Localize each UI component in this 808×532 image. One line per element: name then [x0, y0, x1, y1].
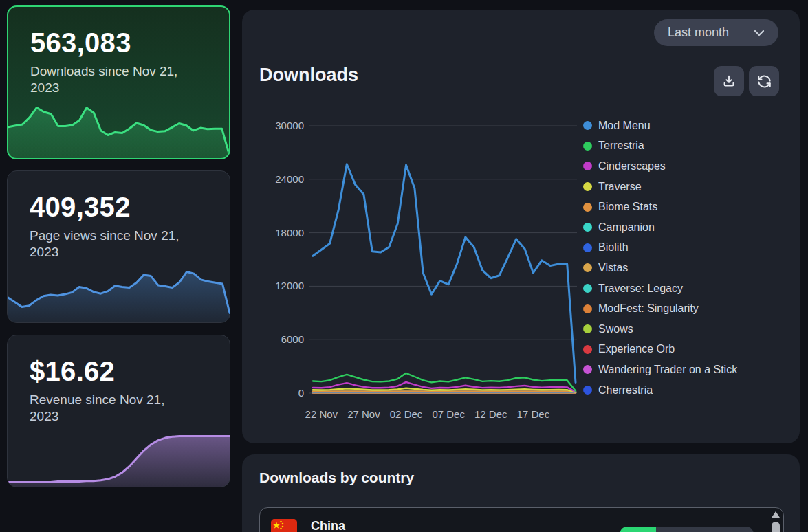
refresh-icon — [756, 74, 772, 89]
chart-legend: Mod MenuTerrestriaCinderscapesTraverseBi… — [583, 115, 737, 400]
legend-label: Traverse: Legacy — [598, 282, 683, 295]
legend-dot-icon — [583, 142, 592, 151]
revenue-total: $16.62 — [30, 356, 209, 387]
x-axis-tick: 07 Dec — [432, 408, 465, 420]
x-axis-tick: 02 Dec — [390, 408, 423, 420]
legend-item[interactable]: Traverse: Legacy — [583, 278, 737, 299]
panel-title: Downloads — [259, 65, 358, 86]
analytics-dashboard: 563,083 Downloads since Nov 21, 2023 409… — [0, 0, 808, 532]
legend-label: Traverse — [598, 181, 642, 193]
legend-item[interactable]: Swows — [583, 319, 737, 340]
cn-flag-icon — [271, 519, 297, 532]
scroll-up-icon[interactable] — [772, 511, 780, 518]
legend-dot-icon — [583, 182, 592, 191]
legend-dot-icon — [583, 203, 592, 212]
page-views-total: 409,352 — [30, 192, 209, 223]
scrollbar-thumb[interactable] — [772, 522, 780, 532]
legend-label: Mod Menu — [598, 120, 651, 132]
legend-item[interactable]: ModFest: Singularity — [583, 298, 737, 319]
x-axis-tick: 12 Dec — [474, 408, 507, 420]
export-button[interactable] — [714, 66, 744, 96]
legend-item[interactable]: Biolith — [583, 238, 737, 258]
legend-label: ModFest: Singularity — [598, 302, 699, 315]
country-list-scrollbar[interactable] — [772, 510, 780, 532]
x-axis-tick: 22 Nov — [305, 408, 338, 420]
legend-label: Swows — [598, 323, 633, 335]
download-icon — [721, 74, 736, 89]
y-axis-tick: 6000 — [281, 333, 304, 345]
legend-label: Cherrestria — [598, 384, 653, 397]
stat-card-downloads[interactable]: 563,083 Downloads since Nov 21, 2023 — [7, 5, 230, 159]
legend-item[interactable]: Vistas — [583, 258, 737, 278]
legend-item[interactable]: Traverse — [583, 177, 737, 197]
y-axis-tick: 30000 — [275, 120, 304, 131]
stat-card-revenue[interactable]: $16.62 Revenue since Nov 21, 2023 — [7, 335, 230, 487]
legend-dot-icon — [583, 263, 592, 272]
country-progress-track — [620, 527, 754, 532]
y-axis-tick: 18000 — [275, 227, 304, 239]
legend-label: Biome Stats — [598, 201, 657, 213]
time-range-label: Last month — [668, 25, 729, 40]
legend-label: Cinderscapes — [598, 160, 666, 173]
country-list: China — [259, 507, 784, 532]
legend-dot-icon — [583, 386, 592, 395]
y-axis-tick: 0 — [298, 387, 304, 399]
legend-label: Campanion — [598, 221, 655, 234]
country-progress-fill — [620, 527, 656, 532]
legend-dot-icon — [583, 345, 592, 354]
legend-item[interactable]: Biome Stats — [583, 197, 737, 217]
chevron-down-icon — [754, 30, 765, 36]
x-axis-tick: 27 Nov — [347, 408, 380, 420]
legend-item[interactable]: Campanion — [583, 217, 737, 238]
page-views-sparkline — [8, 262, 230, 322]
stat-card-page-views[interactable]: 409,352 Page views since Nov 21, 2023 — [7, 170, 230, 323]
revenue-sparkline — [8, 426, 230, 487]
legend-dot-icon — [583, 223, 592, 232]
legend-item[interactable]: Experience Orb — [583, 340, 737, 360]
legend-item[interactable]: Wandering Trader on a Stick — [583, 359, 737, 380]
downloads-total: 563,083 — [30, 27, 208, 58]
revenue-total-label: Revenue since Nov 21, 2023 — [30, 392, 184, 425]
legend-dot-icon — [583, 365, 592, 374]
country-name: China — [311, 519, 345, 532]
legend-dot-icon — [583, 162, 592, 170]
legend-item[interactable]: Terrestria — [583, 136, 737, 157]
x-axis-tick: 17 Dec — [517, 408, 550, 420]
legend-label: Terrestria — [598, 140, 644, 152]
legend-dot-icon — [583, 121, 592, 130]
country-section-title: Downloads by country — [259, 469, 414, 486]
series-line — [313, 164, 576, 383]
legend-dot-icon — [583, 284, 592, 293]
legend-item[interactable]: Cherrestria — [583, 380, 737, 401]
refresh-button[interactable] — [749, 66, 779, 96]
legend-label: Vistas — [598, 262, 628, 274]
legend-label: Biolith — [598, 241, 629, 254]
legend-label: Experience Orb — [598, 343, 675, 355]
legend-label: Wandering Trader on a Stick — [598, 364, 737, 376]
legend-item[interactable]: Mod Menu — [583, 115, 737, 136]
downloads-by-country-panel: Downloads by country China — [242, 454, 800, 532]
legend-dot-icon — [583, 304, 592, 313]
legend-dot-icon — [583, 324, 592, 333]
downloads-sparkline — [8, 98, 229, 158]
legend-dot-icon — [583, 243, 592, 252]
page-views-total-label: Page views since Nov 21, 2023 — [30, 228, 184, 261]
country-row: China — [260, 508, 783, 532]
downloads-panel: Last month Downloads 0600012000180002400… — [242, 10, 800, 443]
time-range-selector[interactable]: Last month — [654, 19, 778, 46]
downloads-line-chart: 060001200018000240003000022 Nov27 Nov02 … — [261, 113, 591, 436]
downloads-total-label: Downloads since Nov 21, 2023 — [30, 63, 184, 97]
y-axis-tick: 12000 — [275, 280, 304, 291]
legend-item[interactable]: Cinderscapes — [583, 156, 737, 177]
y-axis-tick: 24000 — [275, 173, 304, 185]
